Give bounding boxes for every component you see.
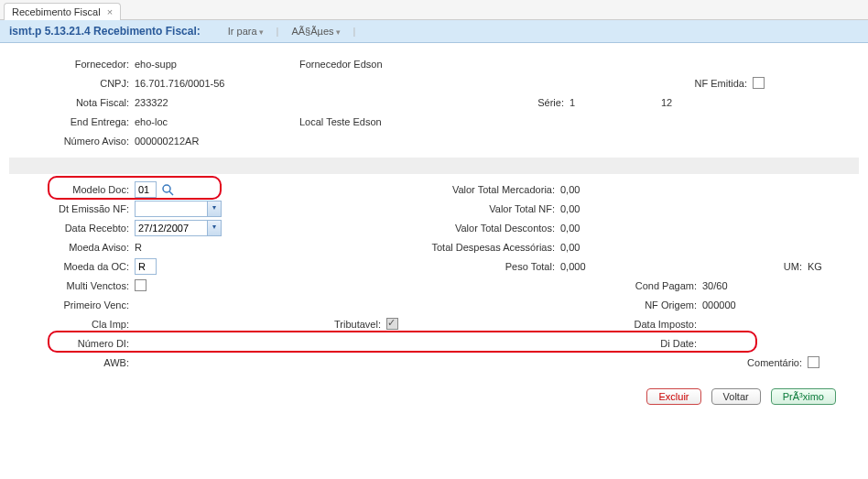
peso-value: 0,000 bbox=[559, 261, 613, 272]
excluir-button[interactable]: Excluir bbox=[646, 388, 700, 405]
nf-emitida-label: NF Emitida: bbox=[678, 78, 751, 89]
numero-aviso-value: 000000212AR bbox=[133, 136, 298, 147]
footer-buttons: Excluir Voltar PrÃ³ximo bbox=[9, 379, 859, 414]
page-title: ismt.p 5.13.21.4 Recebimento Fiscal: bbox=[9, 25, 201, 38]
cla-imp-label: Cla Imp: bbox=[9, 319, 133, 330]
data-imposto-label: Data Imposto: bbox=[421, 319, 700, 330]
lookup-icon[interactable] bbox=[162, 184, 175, 197]
svg-point-0 bbox=[163, 185, 170, 192]
nf-emitida-checkbox[interactable] bbox=[753, 77, 765, 89]
um-value: KG bbox=[806, 261, 822, 272]
cnpj-value: 16.701.716/0001-56 bbox=[133, 78, 298, 89]
valor-total-merc-label: Valor Total Mercadoria: bbox=[243, 184, 559, 195]
tab-bar: Recebimento Fiscal × bbox=[0, 0, 868, 20]
end-entrega-value: eho-loc bbox=[133, 116, 298, 127]
chevron-down-icon: ▾ bbox=[259, 27, 264, 37]
tributavel-checkbox[interactable] bbox=[386, 318, 398, 330]
serie-label: Série: bbox=[449, 97, 568, 108]
tab-label: Recebimento Fiscal bbox=[12, 6, 101, 17]
nota-fiscal-label: Nota Fiscal: bbox=[9, 97, 133, 108]
fornecedor-label: Fornecedor: bbox=[9, 59, 133, 70]
dt-emissao-input[interactable] bbox=[135, 201, 208, 217]
tributavel-label: Tributavel: bbox=[243, 319, 385, 330]
voltar-button[interactable]: Voltar bbox=[711, 388, 761, 405]
di-date-label: Di Date: bbox=[243, 338, 700, 349]
date-dropdown-icon[interactable]: ▾ bbox=[207, 201, 222, 217]
section-divider bbox=[9, 158, 859, 174]
peso-label: Peso Total: bbox=[243, 261, 559, 272]
cnpj-label: CNPJ: bbox=[9, 78, 133, 89]
form-area: Fornecedor: eho-supp Fornecedor Edson CN… bbox=[0, 43, 868, 425]
serie-value: 1 bbox=[568, 97, 659, 108]
date-dropdown-icon[interactable]: ▾ bbox=[207, 220, 222, 236]
proximo-button[interactable]: PrÃ³ximo bbox=[771, 388, 836, 405]
nf-origem-label: NF Origem: bbox=[243, 299, 700, 310]
nota-fiscal-value: 233322 bbox=[133, 97, 298, 108]
comentario-checkbox[interactable] bbox=[808, 356, 819, 368]
total-desp-label: Total Despesas Acessórias: bbox=[243, 242, 559, 253]
dt-emissao-label: Dt Emissão NF: bbox=[9, 203, 133, 214]
tab-recebimento-fiscal[interactable]: Recebimento Fiscal × bbox=[4, 3, 121, 20]
end-entrega-name: Local Teste Edson bbox=[298, 116, 449, 127]
valor-total-desc-label: Valor Total Descontos: bbox=[243, 223, 559, 234]
modelo-doc-label: Modelo Doc: bbox=[9, 184, 133, 195]
comentario-label: Comentário: bbox=[243, 357, 806, 368]
data-recebto-label: Data Recebto: bbox=[9, 223, 133, 234]
tab-close-icon[interactable]: × bbox=[107, 6, 113, 17]
fornecedor-value: eho-supp bbox=[133, 59, 298, 70]
valor-total-merc-value: 0,00 bbox=[559, 184, 580, 195]
menu-acoes[interactable]: AÃ§Ãµes▾ bbox=[291, 26, 340, 37]
moeda-aviso-label: Moeda Aviso: bbox=[9, 242, 133, 253]
cond-pagam-label: Cond Pagam: bbox=[243, 280, 700, 291]
chevron-down-icon: ▾ bbox=[336, 27, 341, 37]
multi-venctos-checkbox[interactable] bbox=[135, 279, 146, 291]
numero-aviso-label: Número Aviso: bbox=[9, 136, 133, 147]
valor-total-nf-value: 0,00 bbox=[559, 203, 580, 214]
um-label: UM: bbox=[613, 261, 806, 272]
valor-total-desc-value: 0,00 bbox=[559, 223, 580, 234]
moeda-oc-label: Moeda da OC: bbox=[9, 261, 133, 272]
moeda-oc-input[interactable] bbox=[135, 258, 157, 275]
awb-label: AWB: bbox=[9, 357, 133, 368]
nf-origem-value: 000000 bbox=[700, 299, 736, 310]
svg-line-1 bbox=[169, 191, 173, 195]
moeda-aviso-value: R bbox=[133, 242, 243, 253]
cond-pagam-value: 30/60 bbox=[700, 280, 728, 291]
modelo-doc-input[interactable] bbox=[135, 181, 157, 198]
primeiro-venc-label: Primeiro Venc: bbox=[9, 299, 133, 310]
data-recebto-input[interactable] bbox=[135, 220, 208, 236]
menu-ir-para[interactable]: Ir para▾ bbox=[228, 26, 264, 37]
total-desp-value: 0,00 bbox=[559, 242, 580, 253]
valor-total-nf-label: Valor Total NF: bbox=[243, 203, 559, 214]
numero-di-label: Número DI: bbox=[9, 338, 133, 349]
end-entrega-label: End Entrega: bbox=[9, 116, 133, 127]
header-bar: ismt.p 5.13.21.4 Recebimento Fiscal: Ir … bbox=[0, 20, 868, 43]
multi-venctos-label: Multi Venctos: bbox=[9, 280, 133, 291]
fornecedor-name: Fornecedor Edson bbox=[298, 59, 449, 70]
serie-extra: 12 bbox=[659, 97, 672, 108]
